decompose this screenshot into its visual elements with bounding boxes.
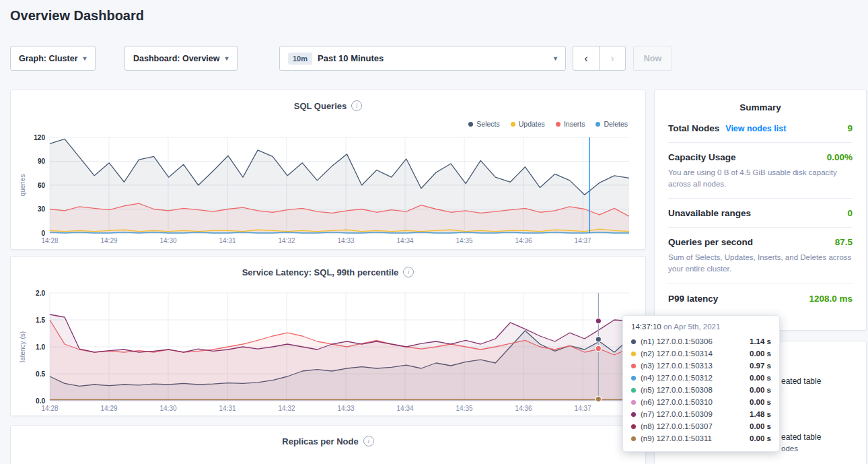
event-text-fragment: eated table	[781, 376, 821, 386]
svg-text:14:36: 14:36	[515, 405, 532, 412]
view-nodes-list-link[interactable]: View nodes list	[725, 124, 786, 133]
tooltip-node-value: 0.00 s	[750, 386, 771, 394]
svg-text:14:33: 14:33	[338, 237, 355, 244]
summary-row-label: P99 latency	[668, 294, 718, 304]
summary-row: P99 latency1208.0 ms	[668, 284, 853, 312]
chart-title-row: Service Latency: SQL, 99th percentile i	[11, 257, 645, 277]
svg-text:14:37: 14:37	[575, 405, 591, 412]
chart-title-row: Replicas per Node i	[11, 426, 645, 446]
svg-text:14:32: 14:32	[279, 405, 295, 412]
svg-text:2.0: 2.0	[36, 290, 45, 297]
chart-hover-tooltip: 14:37:10 on Apr 5th, 2021 (n1) 127.0.0.1…	[622, 315, 780, 452]
svg-text:1.0: 1.0	[36, 343, 45, 351]
svg-text:14:32: 14:32	[279, 237, 295, 244]
summary-row-label: Total Nodes	[668, 123, 719, 133]
chevron-down-icon: ▾	[554, 55, 557, 62]
tooltip-node-label: (n1) 127.0.0.1:50306	[641, 337, 713, 345]
svg-text:14:31: 14:31	[219, 237, 236, 244]
tooltip-node-label: (n6) 127.0.0.1:50310	[641, 398, 713, 406]
event-text-fragment: eated table	[781, 432, 821, 442]
summary-title: Summary	[655, 90, 866, 112]
svg-text:30: 30	[38, 205, 46, 213]
info-icon[interactable]: i	[351, 100, 362, 111]
chart-title: SQL Queries	[294, 101, 347, 111]
svg-text:14:29: 14:29	[100, 405, 117, 412]
tooltip-node-value: 1.14 s	[750, 337, 771, 345]
time-prev-button[interactable]: ‹	[573, 46, 600, 71]
service-latency-chart-panel: Service Latency: SQL, 99th percentile i …	[10, 256, 646, 416]
summary-row-label: Unavailable ranges	[668, 208, 751, 218]
tooltip-rows: (n1) 127.0.0.1:503061.14 s(n2) 127.0.0.1…	[631, 335, 771, 444]
svg-text:120: 120	[34, 134, 45, 141]
svg-text:14:35: 14:35	[456, 237, 473, 244]
summary-row-value: 0.00%	[827, 152, 853, 162]
tooltip-node-label: (n3) 127.0.0.1:50313	[641, 362, 713, 370]
service-latency-chart[interactable]: 14:2814:2914:3014:3114:3214:3314:3414:35…	[19, 289, 639, 414]
series-dot-icon	[631, 364, 636, 368]
tooltip-node-row: (n6) 127.0.0.1:503100.00 s	[631, 396, 771, 408]
summary-row-value: 0	[847, 208, 853, 218]
legend-item: Updates	[511, 120, 545, 128]
tooltip-node-row: (n2) 127.0.0.1:503140.00 s	[631, 347, 771, 360]
svg-text:14:30: 14:30	[160, 237, 177, 244]
tooltip-node-value: 0.00 s	[750, 350, 771, 358]
legend-dot-icon	[511, 122, 515, 127]
legend-item: Selects	[468, 120, 499, 128]
now-button[interactable]: Now	[633, 46, 672, 71]
summary-panel: Summary Total NodesView nodes list9Capac…	[654, 90, 867, 331]
svg-text:0.0: 0.0	[36, 397, 45, 405]
dashboard-dropdown-label: Dashboard: Overview	[133, 54, 220, 63]
svg-text:queries: queries	[19, 174, 26, 197]
sql-queries-chart[interactable]: 14:2814:2914:3014:3114:3214:3314:3414:35…	[19, 133, 639, 246]
svg-text:14:37: 14:37	[575, 237, 591, 244]
svg-text:1.5: 1.5	[36, 317, 45, 324]
summary-row-label: Capacity Usage	[668, 152, 736, 162]
svg-text:14:30: 14:30	[160, 405, 177, 412]
dashboard-dropdown[interactable]: Dashboard: Overview ▾	[124, 46, 238, 71]
svg-text:0: 0	[41, 230, 45, 237]
tooltip-node-label: (n8) 127.0.0.1:50307	[641, 422, 713, 430]
series-dot-icon	[631, 424, 636, 429]
summary-row-value: 87.5	[835, 237, 853, 247]
info-icon[interactable]: i	[403, 267, 414, 277]
summary-row: Queries per second87.5Sum of Selects, Up…	[668, 228, 853, 284]
legend-dot-icon	[468, 122, 473, 127]
svg-text:latency (s): latency (s)	[19, 331, 26, 362]
svg-text:14:28: 14:28	[41, 405, 58, 412]
tooltip-node-row: (n3) 127.0.0.1:503130.97 s	[631, 360, 771, 372]
chart-legend: SelectsUpdatesInsertsDeletes	[468, 120, 628, 128]
graph-dropdown[interactable]: Graph: Cluster ▾	[10, 46, 96, 71]
svg-text:14:34: 14:34	[397, 237, 414, 244]
svg-text:0.5: 0.5	[36, 370, 45, 378]
series-dot-icon	[631, 376, 636, 380]
tooltip-date: on Apr 5th, 2021	[663, 323, 720, 331]
chart-title: Replicas per Node	[282, 436, 358, 446]
series-dot-icon	[631, 412, 636, 417]
legend-label: Deletes	[604, 120, 628, 128]
summary-rows: Total NodesView nodes list9Capacity Usag…	[655, 112, 866, 312]
time-range-dropdown[interactable]: 10m Past 10 Minutes ▾	[279, 46, 566, 71]
summary-row: Capacity Usage0.00%You are using 0 B of …	[668, 143, 853, 199]
summary-row: Unavailable ranges0	[668, 199, 853, 228]
svg-text:14:35: 14:35	[456, 405, 473, 412]
summary-row-label: Queries per second	[668, 237, 753, 247]
summary-row-value: 1208.0 ms	[809, 294, 853, 304]
time-preset-badge: 10m	[288, 53, 312, 65]
time-next-button[interactable]: ›	[599, 46, 626, 71]
svg-text:90: 90	[38, 158, 46, 165]
series-dot-icon	[631, 400, 636, 405]
chevron-down-icon: ▾	[225, 55, 229, 62]
svg-text:14:31: 14:31	[219, 405, 236, 412]
tooltip-node-row: (n8) 127.0.0.1:503070.00 s	[631, 420, 771, 432]
legend-dot-icon	[595, 122, 600, 127]
tooltip-time: 14:37:10	[631, 323, 661, 331]
tooltip-node-value: 1.48 s	[750, 410, 771, 418]
tooltip-node-value: 0.00 s	[750, 398, 771, 406]
info-icon[interactable]: i	[363, 436, 374, 446]
replicas-per-node-chart-panel: Replicas per Node i	[10, 425, 646, 464]
chart-title: Service Latency: SQL, 99th percentile	[242, 267, 399, 277]
tooltip-timestamp: 14:37:10 on Apr 5th, 2021	[631, 323, 771, 331]
summary-row-value: 9	[847, 123, 853, 133]
legend-label: Updates	[519, 120, 545, 128]
series-dot-icon	[631, 352, 636, 356]
